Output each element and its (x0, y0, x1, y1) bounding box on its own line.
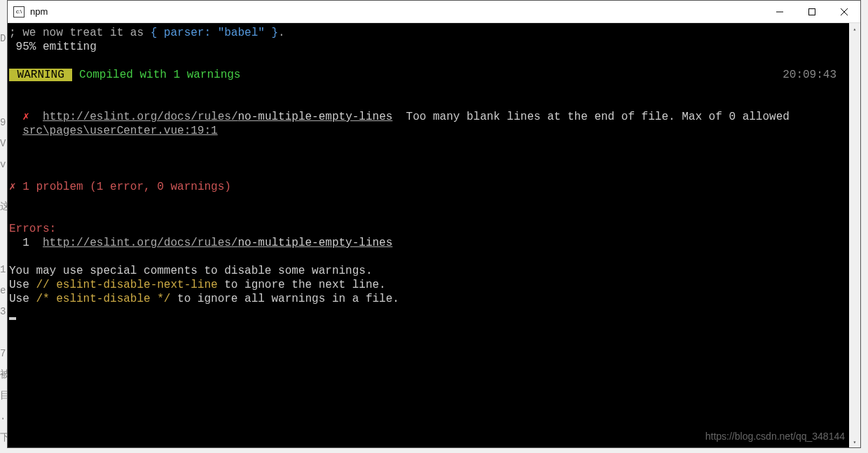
maximize-button[interactable] (796, 1, 828, 23)
hint-intro: You may use special comments to disable … (9, 265, 372, 277)
background-page-hints: D9Vv这1e37被目.下 (0, 28, 7, 448)
svg-rect-1 (809, 8, 815, 15)
titlebar-left: c:\ npm (8, 6, 48, 18)
compiled-message: Compiled with 1 warnings (72, 69, 240, 81)
eslint-rule-link-2[interactable]: http://eslint.org/docs/rules/no-multiple… (43, 237, 392, 249)
hint3-prefix: Use (9, 293, 36, 305)
error-count: 1 (9, 237, 43, 249)
scroll-down-icon[interactable]: ▾ (849, 436, 860, 447)
compile-timestamp: 20:09:43 (783, 68, 836, 82)
parser-json: { parser: "babel" } (151, 27, 278, 39)
scroll-up-icon[interactable]: ▴ (849, 23, 860, 34)
parser-line-suffix: . (278, 27, 285, 39)
terminal-output[interactable]: 20:09:43; we now treat it as { parser: "… (8, 23, 849, 447)
warning-badge: WARNING (9, 69, 72, 81)
problem-x-icon: ✗ (9, 181, 16, 193)
text-cursor (9, 317, 16, 320)
watermark-text: https://blog.csdn.net/qq_348144 (705, 431, 845, 442)
hint2-prefix: Use (9, 279, 36, 291)
window-title: npm (30, 6, 48, 17)
parser-line-prefix: ; we now treat it as (9, 27, 151, 39)
emitting-progress: 95% emitting (9, 41, 97, 53)
hint2-code: // eslint-disable-next-line (36, 279, 217, 291)
error-x-icon: ✗ (22, 111, 29, 123)
minimize-button[interactable] (764, 1, 796, 23)
hint3-suffix: to ignore all warnings in a file. (170, 293, 399, 305)
file-location-link[interactable]: src\pages\userCenter.vue:19:1 (22, 125, 217, 137)
eslint-rule-link[interactable]: http://eslint.org/docs/rules/no-multiple… (43, 111, 392, 123)
problem-summary: 1 problem (1 error, 0 warnings) (16, 181, 231, 193)
hint2-suffix: to ignore the next line. (218, 279, 386, 291)
error-description: Too many blank lines at the end of file.… (392, 111, 790, 123)
scrollbar[interactable]: ▴ ▾ (849, 23, 860, 447)
titlebar-controls (764, 1, 860, 23)
close-button[interactable] (828, 1, 860, 23)
errors-label: Errors: (9, 223, 56, 235)
titlebar: c:\ npm (8, 1, 860, 23)
terminal-window: c:\ npm 20:09:43; we now treat it as { p… (7, 0, 861, 448)
hint3-code: /* eslint-disable */ (36, 293, 170, 305)
app-icon: c:\ (13, 6, 25, 18)
